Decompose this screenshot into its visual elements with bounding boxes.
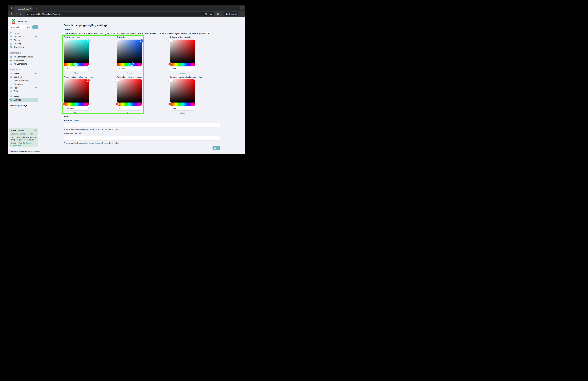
clear-link[interactable]: Clear (117, 112, 142, 114)
url-bar[interactable]: localhost:5173/#/settings/content (25, 12, 214, 16)
clear-link[interactable]: Clear (170, 112, 195, 114)
saturation-handle[interactable] (169, 79, 172, 82)
hue-slider[interactable] (117, 103, 142, 106)
sidebar-item-catalog[interactable]: Catalog (9, 42, 38, 45)
chevron-down-icon[interactable] (35, 72, 37, 75)
chevron-down-icon[interactable] (35, 83, 37, 85)
sidebar-item-oribi[interactable]: Oribi (9, 90, 38, 93)
org-switcher[interactable]: SPAR SPAR Demo (11, 18, 29, 25)
sidebar-item-all-campaigns[interactable]: All Campaigns (9, 62, 38, 66)
test-analytics-link[interactable]: Test analytics page (10, 104, 27, 107)
receipt-icon (10, 46, 12, 49)
chevron-down-icon[interactable] (35, 76, 37, 78)
saturation-area[interactable] (117, 40, 142, 63)
close-icon[interactable]: ✕ (35, 129, 37, 131)
secondary-font-url-input[interactable] (64, 136, 220, 141)
saturation-area[interactable] (170, 79, 195, 103)
sidebar-item-personal-pricing[interactable]: Personal Pricing (9, 79, 38, 82)
close-window-button[interactable] (11, 7, 13, 9)
task-list-icon (10, 95, 12, 98)
search-placeholder: Search (13, 26, 25, 28)
sidebar-item-settings[interactable]: Settings (9, 98, 38, 102)
saturation-handle[interactable] (140, 39, 144, 42)
products-nav: WalletsVouchersPersonal PricingReporting… (9, 72, 38, 93)
browser-tab[interactable]: SPAAZA Spaaza Console ✕ (14, 6, 33, 11)
new-tab-button[interactable]: + (35, 7, 38, 11)
primary-font-url-input[interactable] (64, 123, 220, 127)
saturation-handle[interactable] (115, 79, 119, 82)
hue-handle[interactable] (62, 102, 65, 106)
sidebar-item-label: Mission test (14, 59, 37, 62)
sidebar-item-tasks[interactable]: Tasks (9, 95, 38, 98)
clear-link[interactable]: Clear (117, 72, 142, 74)
hex-input[interactable] (170, 106, 195, 111)
sidebar-item-stores[interactable]: Stores (9, 38, 38, 42)
tab-list-chevron-button[interactable] (240, 6, 244, 10)
user-avatar-broken-image[interactable]: Gravatar for bernard.wittgen@spaaz (9, 150, 40, 153)
tab-close-icon[interactable]: ✕ (30, 8, 32, 10)
clear-link[interactable]: Clear (170, 72, 195, 74)
site-info-icon[interactable] (27, 13, 30, 15)
zoom-icon[interactable] (205, 13, 208, 15)
chevron-down-icon[interactable] (35, 87, 37, 89)
saturation-area[interactable] (64, 79, 89, 103)
spar-logo: SPAR (11, 18, 17, 25)
hue-handle[interactable] (169, 102, 172, 106)
sidebar-item-label: Home (14, 32, 37, 34)
sidebar-item-apps[interactable]: Apps (9, 86, 38, 90)
saturation-handle[interactable] (169, 39, 172, 42)
sidebar-item-wallets[interactable]: Wallets (9, 72, 38, 75)
hex-input[interactable] (117, 66, 142, 71)
hex-input[interactable] (64, 66, 89, 71)
back-button[interactable] (10, 12, 14, 16)
hue-slider[interactable] (64, 103, 89, 106)
hue-handle[interactable] (115, 102, 119, 106)
search-input[interactable]: Search ⌘ K (9, 25, 31, 29)
saturation-handle[interactable] (87, 79, 90, 82)
hue-handle[interactable] (130, 63, 134, 66)
hue-slider[interactable] (64, 63, 89, 66)
saturation-area[interactable] (64, 40, 89, 63)
browser-menu-icon[interactable] (240, 12, 244, 16)
tab-title: Spaaza Console (18, 8, 29, 10)
sidebar-item-customers[interactable]: Customers (9, 35, 38, 38)
clear-link[interactable]: Clear (64, 112, 89, 114)
sidebar-item-transactions[interactable]: Transactions (9, 45, 38, 49)
saturation-area[interactable] (170, 40, 195, 63)
hex-input[interactable] (170, 66, 195, 71)
hex-input[interactable] (64, 106, 89, 111)
font-url-helper-text: Provide a publicly accessible secure (ht… (64, 128, 119, 131)
sidebar-item-mission-test[interactable]: Mission test (9, 59, 38, 62)
clear-link[interactable]: Clear (64, 72, 89, 74)
sidebar-item-label: Apps (14, 87, 33, 89)
home-icon (10, 32, 12, 34)
sidebar-item-home[interactable]: Home (9, 31, 38, 35)
save-button[interactable]: Save (212, 146, 220, 150)
chevron-down-icon[interactable] (35, 36, 37, 38)
wallet-icon (10, 72, 12, 75)
toolbar-divider (222, 13, 222, 15)
notice-body: You have early access to the new version… (11, 132, 37, 147)
saturation-area[interactable] (117, 79, 142, 103)
hue-slider[interactable] (170, 103, 195, 106)
reload-button[interactable] (19, 12, 23, 16)
bookmark-star-icon[interactable] (210, 13, 212, 15)
extensions-puzzle-icon[interactable] (216, 12, 220, 16)
forward-button[interactable] (15, 12, 18, 16)
hex-input[interactable] (117, 106, 142, 111)
hue-handle[interactable] (169, 63, 172, 66)
hue-handle[interactable] (74, 63, 78, 66)
hue-slider[interactable] (117, 63, 142, 66)
add-button[interactable]: + (32, 25, 38, 29)
url-text[interactable]: localhost:5173/#/settings/content (31, 13, 204, 15)
picker-label: Secondary action text colour (117, 76, 142, 79)
sidebar-item-vouchers[interactable]: Vouchers (9, 75, 38, 79)
colour-picker-primary-action-background-colour: Primary action background colourClear (64, 76, 89, 114)
saturation-handle[interactable] (87, 39, 90, 42)
chevron-down-icon[interactable] (35, 90, 37, 92)
sidebar-item-label: All Campaign Groups (14, 56, 37, 58)
ticket-icon (10, 76, 12, 78)
sidebar-item-reporting[interactable]: Reporting (9, 82, 38, 86)
hue-slider[interactable] (170, 63, 195, 66)
sidebar-item-all-campaign-groups[interactable]: All Campaign Groups (9, 55, 38, 59)
